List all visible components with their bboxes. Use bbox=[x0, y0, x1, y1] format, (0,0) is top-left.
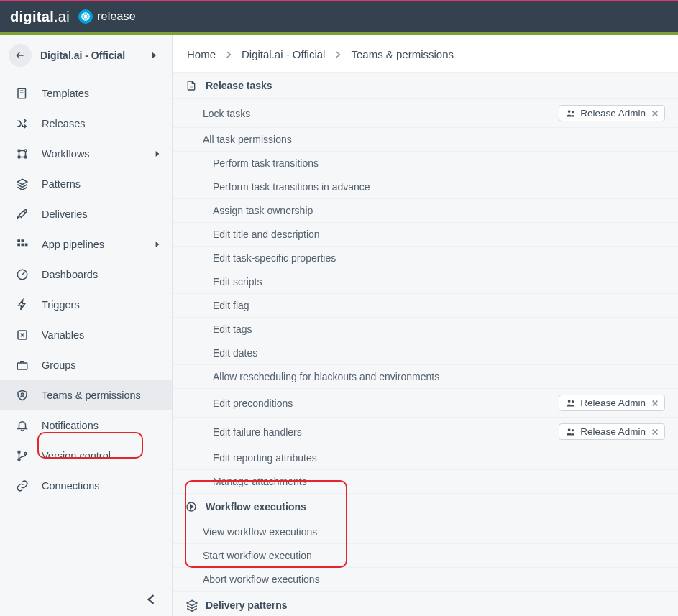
chip-remove[interactable] bbox=[651, 400, 659, 407]
caret-right-icon bbox=[155, 241, 162, 248]
sidebar-item-releases[interactable]: Releases bbox=[0, 109, 172, 139]
chip-label: Release Admin bbox=[580, 108, 646, 119]
link-icon bbox=[16, 479, 29, 492]
permission-label: Edit preconditions bbox=[213, 397, 559, 409]
permissions-content: Release tasksLock tasks Release Admin Al… bbox=[173, 73, 678, 616]
breadcrumb-item[interactable]: Teams & permissions bbox=[351, 48, 454, 60]
sidebar-collapse-button[interactable] bbox=[143, 592, 159, 607]
svg-point-14 bbox=[22, 393, 24, 395]
permission-chip[interactable]: Release Admin bbox=[559, 423, 665, 440]
permission-label: Perform task transitions in advance bbox=[213, 181, 665, 193]
sidebar-item-patterns[interactable]: Patterns bbox=[0, 169, 172, 199]
sidebar-item-version-control[interactable]: Version control bbox=[0, 441, 172, 471]
permission-label: All task permissions bbox=[203, 134, 665, 145]
permission-row[interactable]: Lock tasks Release Admin bbox=[173, 99, 678, 128]
chip-remove[interactable] bbox=[651, 110, 659, 117]
permission-subrow[interactable]: Edit scripts bbox=[173, 270, 678, 294]
permission-label: Manage attachments bbox=[213, 476, 665, 487]
sidebar-item-connections[interactable]: Connections bbox=[0, 471, 172, 501]
permission-label: Edit failure handlers bbox=[213, 426, 559, 438]
svg-point-19 bbox=[572, 111, 574, 113]
permission-chip[interactable]: Release Admin bbox=[559, 105, 665, 121]
section-header: Workflow executions bbox=[173, 494, 678, 520]
svg-rect-6 bbox=[17, 239, 20, 242]
main-panel: HomeDigital.ai - OfficialTeams & permiss… bbox=[173, 35, 678, 616]
permission-subrow[interactable]: Perform task transitions bbox=[173, 152, 678, 175]
shield-user-icon bbox=[16, 389, 29, 402]
rocket-icon bbox=[16, 208, 29, 221]
permission-subrow[interactable]: Manage attachments bbox=[173, 470, 678, 494]
permission-row[interactable]: Abort workflow executions bbox=[173, 568, 678, 592]
sidebar-item-dashboards[interactable]: Dashboards bbox=[0, 259, 172, 290]
x-box-icon bbox=[16, 328, 29, 341]
breadcrumb-item[interactable]: Digital.ai - Official bbox=[242, 48, 325, 60]
sidebar-item-label: Triggers bbox=[42, 299, 162, 311]
permission-label: Edit dates bbox=[213, 347, 665, 359]
breadcrumb-item[interactable]: Home bbox=[187, 48, 216, 60]
template-icon bbox=[16, 87, 29, 100]
play-circle-icon bbox=[185, 501, 198, 512]
sidebar-item-triggers[interactable]: Triggers bbox=[0, 290, 172, 320]
permission-subrow[interactable]: Edit reporting attributes bbox=[173, 446, 678, 470]
permission-subrow[interactable]: Perform task transitions in advance bbox=[173, 175, 678, 199]
permission-row[interactable]: View workflow executions bbox=[173, 520, 678, 544]
section-title: Delivery patterns bbox=[206, 599, 288, 611]
permission-subrow[interactable]: Edit task-specific properties bbox=[173, 247, 678, 270]
sidebar-item-deliveries[interactable]: Deliveries bbox=[0, 199, 172, 229]
permission-subrow[interactable]: Assign task ownership bbox=[173, 199, 678, 223]
people-icon bbox=[565, 426, 576, 437]
release-icon bbox=[78, 9, 93, 24]
chip-label: Release Admin bbox=[580, 397, 646, 408]
branch-icon bbox=[16, 449, 29, 462]
sidebar-item-variables[interactable]: Variables bbox=[0, 320, 172, 350]
permission-subrow[interactable]: Edit dates bbox=[173, 341, 678, 365]
bell-icon bbox=[16, 419, 29, 432]
permission-label: Allow rescheduling for blackouts and env… bbox=[213, 371, 665, 382]
section-header: Release tasks bbox=[173, 73, 678, 99]
permission-subrow[interactable]: Edit tags bbox=[173, 318, 678, 341]
svg-point-23 bbox=[572, 429, 574, 431]
sidebar-item-workflows[interactable]: Workflows bbox=[0, 139, 172, 169]
back-button[interactable] bbox=[9, 44, 32, 67]
permission-row[interactable]: All task permissions bbox=[173, 128, 678, 152]
sidebar-item-groups[interactable]: Groups bbox=[0, 350, 172, 380]
sidebar-item-templates[interactable]: Templates bbox=[0, 78, 172, 109]
permission-subrow[interactable]: Allow rescheduling for blackouts and env… bbox=[173, 365, 678, 389]
permission-chip[interactable]: Release Admin bbox=[559, 395, 665, 411]
permission-subrow[interactable]: Edit title and description bbox=[173, 223, 678, 247]
svg-point-3 bbox=[24, 150, 27, 152]
chip-remove[interactable] bbox=[651, 428, 659, 436]
svg-point-4 bbox=[18, 156, 20, 158]
sidebar-expand-button[interactable] bbox=[150, 51, 162, 60]
sidebar-item-label: Groups bbox=[42, 359, 162, 371]
permission-label: Edit flag bbox=[213, 300, 665, 311]
svg-point-16 bbox=[18, 459, 20, 461]
bolt-icon bbox=[16, 298, 29, 311]
permission-subrow[interactable]: Edit preconditions Release Admin bbox=[173, 389, 678, 418]
close-icon bbox=[651, 400, 659, 407]
sidebar-item-label: Connections bbox=[42, 480, 162, 492]
svg-point-15 bbox=[18, 451, 20, 453]
permission-row[interactable]: Start workflow execution bbox=[173, 544, 678, 568]
permission-label: Assign task ownership bbox=[213, 205, 665, 216]
sidebar-item-label: App pipelines bbox=[42, 239, 155, 250]
svg-point-5 bbox=[24, 156, 27, 158]
chevron-right-icon bbox=[335, 51, 341, 58]
svg-point-18 bbox=[568, 110, 571, 113]
sidebar: Digital.ai - Official Templates Releases… bbox=[0, 35, 173, 616]
sidebar-item-label: Dashboards bbox=[42, 269, 162, 280]
shuffle-icon bbox=[16, 117, 29, 130]
sidebar-item-teams-permissions[interactable]: Teams & permissions bbox=[0, 380, 172, 410]
sidebar-item-app-pipelines[interactable]: App pipelines bbox=[0, 229, 172, 259]
sidebar-item-label: Templates bbox=[42, 88, 162, 99]
product-badge: release bbox=[78, 9, 136, 24]
sidebar-item-label: Variables bbox=[42, 329, 162, 341]
sidebar-item-notifications[interactable]: Notifications bbox=[0, 410, 172, 441]
permission-label: View workflow executions bbox=[203, 526, 665, 538]
permission-label: Start workflow execution bbox=[203, 550, 665, 561]
permission-subrow[interactable]: Edit failure handlers Release Admin bbox=[173, 418, 678, 446]
close-icon bbox=[651, 428, 659, 436]
permission-subrow[interactable]: Edit flag bbox=[173, 294, 678, 318]
section-title: Release tasks bbox=[206, 80, 272, 91]
chip-label: Release Admin bbox=[580, 426, 646, 437]
